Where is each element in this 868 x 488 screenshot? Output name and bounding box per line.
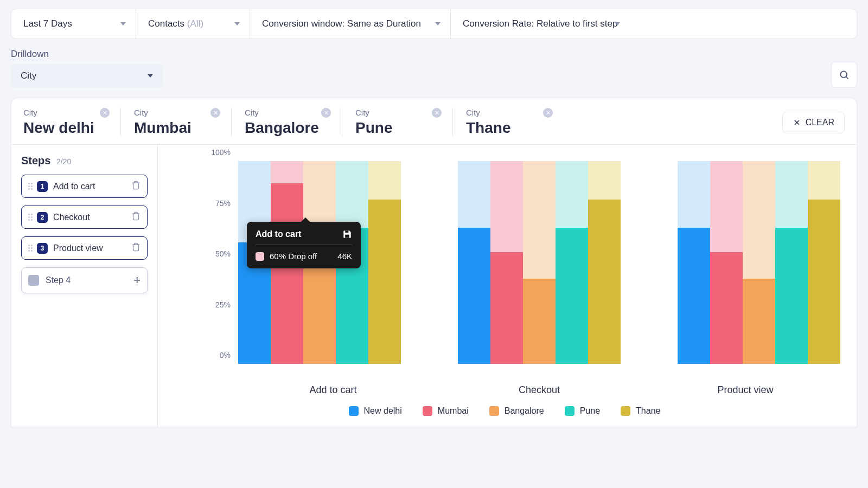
chip-value: Mumbai xyxy=(134,119,216,137)
legend-swatch xyxy=(423,406,432,416)
chevron-down-icon xyxy=(435,22,441,25)
x-axis: Add to cartCheckoutProduct view xyxy=(238,375,840,400)
drag-handle-icon[interactable] xyxy=(28,183,33,190)
tooltip-title: Add to cart xyxy=(256,229,301,239)
bar-dropoff xyxy=(588,161,621,200)
bar-value xyxy=(523,279,556,364)
filter-chip: City Thane ✕ xyxy=(466,108,564,137)
chevron-down-icon xyxy=(120,22,126,25)
legend-swatch xyxy=(489,406,499,416)
y-axis: 0%25%50%75%100% xyxy=(203,161,238,364)
chip-label: City xyxy=(355,108,437,117)
bar[interactable] xyxy=(678,161,710,364)
legend-swatch xyxy=(349,406,359,416)
delete-step-button[interactable] xyxy=(131,181,141,192)
delete-step-button[interactable] xyxy=(131,242,141,254)
trash-icon xyxy=(131,242,141,252)
legend-item[interactable]: Thane xyxy=(621,406,660,416)
svg-point-0 xyxy=(840,71,847,78)
legend-item[interactable]: Pune xyxy=(565,406,600,416)
bar-dropoff xyxy=(556,161,588,228)
bar-value xyxy=(368,200,401,364)
chips-row: City New delhi ✕City Mumbai ✕City Bangal… xyxy=(11,98,857,145)
step-label: Product view xyxy=(53,243,103,253)
steps-count: 2/20 xyxy=(56,157,71,166)
chip-label: City xyxy=(466,108,548,117)
filter-chip: City Mumbai ✕ xyxy=(134,108,232,137)
chart-legend: New delhiMumbaiBangalorePuneThane xyxy=(169,406,840,416)
search-icon xyxy=(839,69,850,80)
filter-date[interactable]: Last 7 Days xyxy=(11,9,136,38)
legend-label: New delhi xyxy=(364,406,402,416)
legend-item[interactable]: Mumbai xyxy=(423,406,469,416)
filter-conversion-rate[interactable]: Conversion Rate: Relative to first step xyxy=(451,9,630,38)
bar[interactable] xyxy=(490,161,523,364)
filter-chip: City New delhi ✕ xyxy=(23,108,121,137)
filter-conversion-window-label: Conversion window: Same as Duration xyxy=(262,18,421,29)
tooltip-dropoff: 60% Drop off xyxy=(270,252,317,261)
step-number: 1 xyxy=(37,181,48,192)
clear-button[interactable]: CLEAR xyxy=(782,112,845,133)
legend-swatch xyxy=(621,406,630,416)
chevron-down-icon xyxy=(615,22,620,25)
bar[interactable] xyxy=(588,161,621,364)
chip-close-icon[interactable]: ✕ xyxy=(432,108,442,118)
chip-value: Thane xyxy=(466,119,548,137)
bar-value xyxy=(490,252,523,364)
drag-handle-icon[interactable] xyxy=(28,214,33,221)
bar-value xyxy=(678,228,710,364)
bar-dropoff xyxy=(490,161,523,252)
search-button[interactable] xyxy=(831,62,857,88)
legend-label: Pune xyxy=(580,406,600,416)
bar[interactable] xyxy=(710,161,743,364)
close-icon xyxy=(793,118,801,127)
add-step-button[interactable]: Step 4 + xyxy=(21,267,148,293)
chip-value: Bangalore xyxy=(245,119,327,137)
step-item[interactable]: 3 Product view xyxy=(21,236,148,260)
filter-contacts[interactable]: Contacts (All) xyxy=(136,9,250,38)
bar[interactable] xyxy=(368,161,401,364)
bar[interactable] xyxy=(556,161,588,364)
bar[interactable] xyxy=(458,161,490,364)
y-tick-label: 50% xyxy=(215,249,231,258)
drilldown-value: City xyxy=(21,70,36,81)
step-item[interactable]: 1 Add to cart xyxy=(21,175,148,198)
bar-value xyxy=(588,200,621,364)
chip-close-icon[interactable]: ✕ xyxy=(321,108,331,118)
bar[interactable] xyxy=(523,161,556,364)
drilldown-select[interactable]: City xyxy=(11,64,163,88)
step-item[interactable]: 2 Checkout xyxy=(21,206,148,229)
step-number: 3 xyxy=(37,243,48,254)
chip-close-icon[interactable]: ✕ xyxy=(543,108,553,118)
filter-conversion-window[interactable]: Conversion window: Same as Duration xyxy=(250,9,451,38)
bar-dropoff xyxy=(743,161,775,279)
save-icon[interactable] xyxy=(342,229,352,239)
chip-close-icon[interactable]: ✕ xyxy=(210,108,220,118)
bar-dropoff xyxy=(808,161,840,200)
bar-dropoff xyxy=(271,161,303,183)
legend-item[interactable]: Bangalore xyxy=(489,406,544,416)
chevron-down-icon xyxy=(234,22,240,25)
chip-close-icon[interactable]: ✕ xyxy=(100,108,110,118)
bar-value xyxy=(775,228,808,364)
chip-label: City xyxy=(245,108,327,117)
chevron-down-icon xyxy=(148,74,153,78)
bar[interactable] xyxy=(775,161,808,364)
bar-value xyxy=(808,200,840,364)
chip-label: City xyxy=(134,108,216,117)
bar-group xyxy=(458,161,621,364)
filter-chip: City Pune ✕ xyxy=(355,108,453,137)
legend-item[interactable]: New delhi xyxy=(349,406,402,416)
y-tick-label: 0% xyxy=(220,351,231,359)
drag-handle-icon[interactable] xyxy=(28,245,33,252)
delete-step-button[interactable] xyxy=(131,211,141,223)
filter-bar: Last 7 Days Contacts (All) Conversion wi… xyxy=(11,9,857,39)
bar[interactable] xyxy=(743,161,775,364)
trash-icon xyxy=(131,211,141,221)
bar[interactable] xyxy=(808,161,840,364)
add-step-label: Step 4 xyxy=(46,275,71,285)
filter-conversion-rate-label: Conversion Rate: Relative to first step xyxy=(463,18,617,29)
chip-label: City xyxy=(23,108,105,117)
x-tick-label: Checkout xyxy=(444,375,634,400)
bar-value xyxy=(271,183,303,364)
